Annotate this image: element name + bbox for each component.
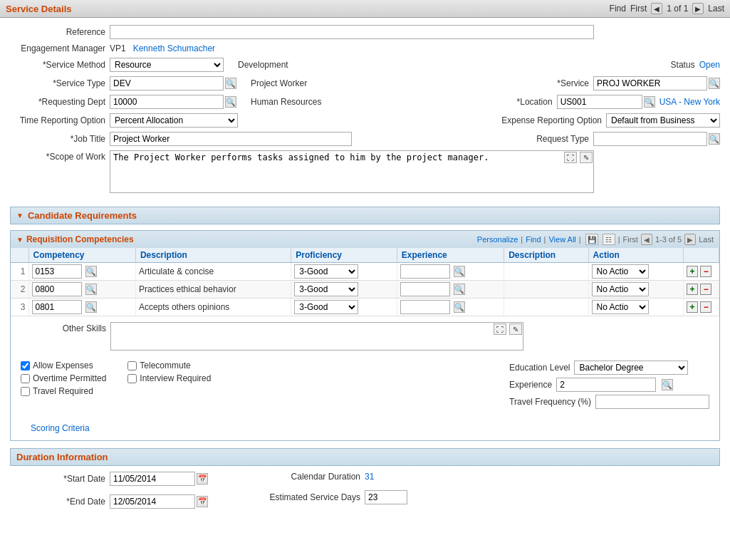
- competency-3-input[interactable]: [32, 300, 82, 314]
- job-title-label: *Job Title: [10, 134, 110, 144]
- chart-icon[interactable]: ☷: [603, 234, 615, 245]
- action-2-select[interactable]: No Actio: [592, 282, 649, 296]
- comp-last-link[interactable]: Last: [699, 235, 714, 244]
- prev-page-btn[interactable]: ◀: [651, 3, 662, 14]
- next-page-btn[interactable]: ▶: [692, 3, 704, 14]
- scoring-criteria-link[interactable]: Scoring Criteria: [31, 423, 90, 433]
- collapse-icon[interactable]: ▼: [16, 212, 24, 219]
- expense-reporting-select[interactable]: Default from Business: [606, 113, 720, 128]
- action-1-select[interactable]: No Actio: [592, 264, 649, 279]
- start-date-cal-icon[interactable]: 📅: [197, 473, 208, 484]
- time-reporting-select[interactable]: Percent Allocation: [110, 113, 238, 128]
- middle-checkboxes: Telecommute Interview Required: [127, 361, 211, 409]
- view-all-link[interactable]: View All: [548, 235, 575, 244]
- start-date-input[interactable]: [110, 472, 195, 486]
- allow-expenses-checkbox[interactable]: [21, 361, 30, 370]
- comp-first-link[interactable]: First: [623, 235, 638, 244]
- education-level-select[interactable]: Bachelor Degree: [574, 361, 688, 375]
- competency-2-input[interactable]: [32, 282, 82, 296]
- requesting-dept-input[interactable]: [110, 95, 224, 109]
- service-type-search-icon[interactable]: 🔍: [225, 78, 236, 89]
- action-1-cell: No Actio: [588, 263, 683, 281]
- human-resources-label: Human Resources: [251, 97, 321, 107]
- action-3-select[interactable]: No Actio: [592, 300, 649, 314]
- table-row: 3 🔍 Accepts others opinions 3-Good 🔍: [11, 299, 719, 316]
- competency-1-input[interactable]: [32, 264, 82, 279]
- proficiency-2-select[interactable]: 3-Good: [294, 282, 358, 296]
- find-comp-link[interactable]: Find: [526, 235, 541, 244]
- overtime-permitted-checkbox[interactable]: [21, 374, 30, 383]
- candidate-requirements-title: Candidate Requirements: [28, 210, 137, 221]
- col-header-action: Action: [588, 248, 683, 263]
- reference-row: Reference: [10, 25, 720, 39]
- personalize-link[interactable]: Personalize: [477, 235, 518, 244]
- competency-1-search[interactable]: 🔍: [85, 266, 97, 277]
- page-title: Service Details: [6, 4, 72, 14]
- add-row-2-btn[interactable]: +: [687, 284, 698, 295]
- job-title-input[interactable]: [110, 132, 352, 146]
- reference-input[interactable]: [110, 25, 594, 39]
- service-method-row: *Service Method Resource Development Sta…: [10, 58, 720, 72]
- engagement-manager-name[interactable]: Kenneth Schumacher: [133, 43, 215, 53]
- location-input[interactable]: [557, 95, 642, 109]
- experience-1-input[interactable]: [400, 264, 450, 279]
- remove-row-2-btn[interactable]: −: [700, 284, 711, 295]
- experience-level-input[interactable]: [556, 378, 656, 392]
- telecommute-checkbox[interactable]: [127, 361, 137, 370]
- requesting-dept-search-icon[interactable]: 🔍: [225, 96, 236, 108]
- row-num-1: 1: [11, 263, 28, 281]
- request-type-search-icon[interactable]: 🔍: [709, 133, 720, 145]
- end-date-cal-icon[interactable]: 📅: [197, 496, 208, 507]
- location-text[interactable]: USA - New York: [659, 97, 720, 107]
- competency-1-cell: 🔍: [28, 263, 135, 281]
- experience-1-search[interactable]: 🔍: [454, 266, 465, 277]
- calendar-duration-label: Calendar Duration: [251, 472, 365, 482]
- subsection-header: ▼ Requisition Competencies Personalize |…: [11, 231, 719, 248]
- col-header-experience: Experience: [397, 248, 504, 263]
- other-skills-expand-icon[interactable]: ⛶: [494, 323, 506, 335]
- download-icon[interactable]: 💾: [585, 234, 598, 245]
- service-search-icon[interactable]: 🔍: [709, 78, 720, 89]
- end-date-label: *End Date: [10, 497, 110, 507]
- duration-header: Duration Information: [10, 448, 720, 466]
- experience-3-input[interactable]: [400, 300, 450, 314]
- competency-2-search[interactable]: 🔍: [85, 284, 97, 295]
- travel-required-checkbox[interactable]: [21, 387, 30, 396]
- comp-next-btn[interactable]: ▶: [684, 234, 696, 245]
- allow-expenses-label: Allow Expenses: [33, 361, 93, 370]
- comp-prev-btn[interactable]: ◀: [641, 234, 652, 245]
- proficiency-1-select[interactable]: 3-Good: [294, 264, 358, 279]
- other-skills-edit-icon[interactable]: ✎: [509, 323, 522, 335]
- add-row-1-btn[interactable]: +: [687, 266, 698, 277]
- first-link[interactable]: First: [630, 4, 647, 14]
- remove-row-3-btn[interactable]: −: [700, 301, 711, 313]
- location-search-icon[interactable]: 🔍: [644, 96, 655, 108]
- request-type-input[interactable]: [593, 132, 707, 146]
- start-date-label: *Start Date: [10, 474, 110, 484]
- subsection-title-text: Requisition Competencies: [26, 234, 134, 244]
- scope-textarea[interactable]: The Project Worker performs tasks assign…: [110, 150, 594, 193]
- competency-3-cell: 🔍: [28, 299, 135, 316]
- experience-2-search[interactable]: 🔍: [454, 284, 465, 295]
- service-type-input[interactable]: [110, 76, 224, 90]
- experience-level-search[interactable]: 🔍: [662, 379, 673, 390]
- experience-2-input[interactable]: [400, 282, 450, 296]
- find-link[interactable]: Find: [610, 4, 626, 14]
- interview-required-checkbox[interactable]: [127, 374, 137, 383]
- scope-edit-icon[interactable]: ✎: [580, 152, 593, 163]
- end-date-input[interactable]: [110, 494, 195, 509]
- travel-frequency-input[interactable]: [595, 395, 709, 409]
- competency-3-search[interactable]: 🔍: [85, 301, 97, 313]
- estimated-service-input[interactable]: [365, 490, 407, 504]
- experience-3-search[interactable]: 🔍: [454, 301, 465, 313]
- remove-row-1-btn[interactable]: −: [700, 266, 711, 277]
- subsection-collapse-icon[interactable]: ▼: [16, 236, 24, 244]
- education-level-row: Education Level Bachelor Degree: [509, 361, 709, 375]
- service-method-select[interactable]: Resource: [110, 58, 224, 72]
- calendar-duration-value[interactable]: 31: [365, 472, 374, 482]
- last-link[interactable]: Last: [708, 4, 724, 14]
- proficiency-3-select[interactable]: 3-Good: [294, 300, 358, 314]
- scope-expand-icon[interactable]: ⛶: [564, 152, 577, 163]
- add-row-3-btn[interactable]: +: [687, 301, 698, 313]
- service-input[interactable]: [593, 76, 707, 90]
